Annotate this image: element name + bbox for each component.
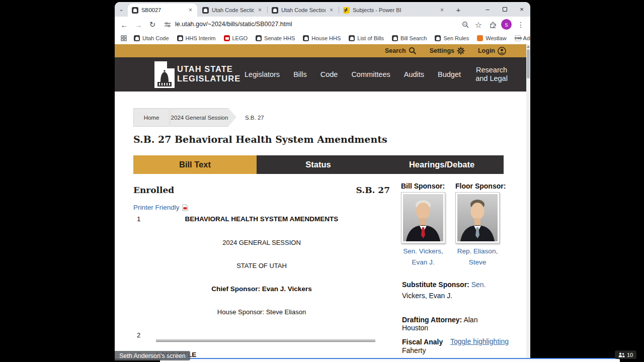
back-button[interactable]: ← xyxy=(119,19,130,30)
drafting-attorney-label: Drafting Attorney: xyxy=(402,316,462,324)
tab-sb0027[interactable]: SB0027 × xyxy=(128,4,197,17)
substitute-sponsor-label: Substitute Sponsor: xyxy=(402,281,469,289)
tab-title: Subjects - Power BI xyxy=(353,7,436,13)
tab-power-bi[interactable]: Subjects - Power BI × xyxy=(339,4,449,17)
tab-close-icon[interactable]: × xyxy=(329,7,334,14)
toggle-highlighting-link[interactable]: Toggle highlighting xyxy=(449,337,510,345)
tab-search-chevron-icon[interactable]: ⌄ xyxy=(117,4,126,14)
site-settings-tune-icon[interactable] xyxy=(162,19,173,30)
tab-close-icon[interactable]: × xyxy=(188,7,193,14)
substitute-sponsor-link-line2[interactable]: Vickers, Evan J. xyxy=(402,292,505,300)
floor-sponsor-photo[interactable] xyxy=(455,192,500,243)
nav-bills[interactable]: Bills xyxy=(293,70,307,78)
apps-grid-icon[interactable] xyxy=(121,35,127,41)
site-login-button[interactable]: Login xyxy=(478,47,506,55)
window-minimize-button[interactable]: – xyxy=(479,2,496,16)
bill-sponsor-link-line2[interactable]: Evan J. xyxy=(395,258,451,266)
scrollbar-up-arrow[interactable] xyxy=(527,45,530,48)
tab-utah-code-2[interactable]: Utah Code Section 26B-5-7 × xyxy=(268,4,338,17)
tab-utah-code-1[interactable]: Utah Code Section 26B-5-70 × xyxy=(198,4,267,17)
nav-budget[interactable]: Budget xyxy=(438,70,461,78)
tab-hearings-debate[interactable]: Hearings/Debate xyxy=(380,155,504,174)
bookmark-westlaw[interactable]: Westlaw xyxy=(477,35,506,41)
tab-close-icon[interactable]: × xyxy=(439,7,445,14)
bookmark-label: Westlaw xyxy=(486,35,506,41)
bill-sponsor-link-line1[interactable]: Sen. Vickers, xyxy=(395,247,451,255)
zoom-indicator-icon[interactable] xyxy=(460,19,471,30)
settings-label: Settings xyxy=(430,47,454,54)
bookmark-bill-search[interactable]: Bill Search xyxy=(392,35,427,41)
participant-count: 10 xyxy=(627,352,633,358)
search-label: Search xyxy=(385,47,406,54)
tab-bill-text[interactable]: Bill Text xyxy=(133,155,257,174)
site-header: UTAH STATE LEGISLATURE Legislators Bills… xyxy=(115,57,526,92)
person-icon xyxy=(498,47,506,55)
scrollbar-thumb[interactable] xyxy=(527,49,530,78)
forward-button[interactable]: → xyxy=(133,19,144,30)
browser-menu-kebab-icon[interactable]: ⋮ xyxy=(515,19,526,30)
bill-sponsor-photo[interactable] xyxy=(401,192,445,243)
utah-capitol-logo xyxy=(153,60,176,89)
power-bi-favicon xyxy=(343,7,350,14)
bill-divider-double-rule xyxy=(156,340,375,342)
floor-sponsor-label: Floor Sponsor: xyxy=(455,182,506,190)
senator-vickers-portrait xyxy=(403,194,443,241)
bill-number: S.B. 27 xyxy=(133,185,390,195)
bill-chief-sponsor-line: Chief Sponsor: Evan J. Vickers xyxy=(133,285,390,293)
pdf-icon xyxy=(182,204,188,211)
window-close-button[interactable]: × xyxy=(513,2,530,16)
breadcrumb-current: S.B. 27 xyxy=(245,108,264,127)
site-utility-bar: Search Settings Login xyxy=(115,44,526,57)
bookmark-label: Bill Search xyxy=(400,35,427,41)
bookmark-utah-code[interactable]: Utah Code xyxy=(134,35,169,41)
shared-screen: ⌄ SB0027 × Utah Code Section 26B-5-70 × … xyxy=(0,0,644,362)
bookmark-favicon xyxy=(134,35,140,41)
bookmark-house-hhs[interactable]: House HHS xyxy=(303,35,341,41)
bookmark-label: Senate HHS xyxy=(264,35,295,41)
nav-committees[interactable]: Committees xyxy=(351,70,390,78)
bill-line-1: 1 BEHAVIORAL HEALTH SYSTEM AMENDMENTS xyxy=(133,215,390,223)
site-settings-button[interactable]: Settings xyxy=(430,47,465,55)
floor-sponsor-link-line2[interactable]: Steve xyxy=(450,258,505,266)
breadcrumb-home[interactable]: Home xyxy=(133,108,170,127)
new-tab-button[interactable]: + xyxy=(453,4,464,15)
bookmark-favicon xyxy=(392,35,398,41)
participant-count-badge[interactable]: 10 xyxy=(615,350,636,359)
bookmark-sen-rules[interactable]: Sen Rules xyxy=(435,35,469,41)
reload-button[interactable]: ↻ xyxy=(147,19,158,30)
tab-close-icon[interactable]: × xyxy=(257,7,263,14)
window-maximize-button[interactable] xyxy=(496,2,513,16)
bookmark-list-of-bills[interactable]: List of Bills xyxy=(349,35,384,41)
extensions-icon[interactable] xyxy=(487,19,498,30)
page-scrollbar[interactable] xyxy=(526,44,530,358)
representative-eliason-portrait xyxy=(457,194,498,241)
site-nav: Legislators Bills Code Committees Audits… xyxy=(245,57,509,92)
floor-sponsor-link-line1[interactable]: Rep. Eliason, xyxy=(450,247,505,255)
url-bar[interactable]: le.utah.gov/~2024/bills/static/SB0027.ht… xyxy=(175,21,292,28)
tab-status[interactable]: Status xyxy=(257,155,380,174)
browser-window: ⌄ SB0027 × Utah Code Section 26B-5-70 × … xyxy=(115,2,530,358)
bookmark-lego[interactable]: LEGO xyxy=(224,35,248,41)
drafting-attorney-value: Alan xyxy=(463,316,477,324)
breadcrumb-session[interactable]: 2024 General Session xyxy=(170,108,228,127)
site-wordmark: UTAH STATE LEGISLATURE xyxy=(177,64,240,83)
substitute-sponsor-link[interactable]: Sen. xyxy=(471,281,486,289)
nav-legislators[interactable]: Legislators xyxy=(245,70,280,78)
tab-title: SB0027 xyxy=(141,7,185,13)
bookmark-star-icon[interactable]: ☆ xyxy=(473,19,484,30)
profile-avatar[interactable]: s xyxy=(501,19,512,30)
screen-share-label: Seth Anderson's screen xyxy=(115,351,190,360)
bookmark-favicon xyxy=(477,35,483,41)
nav-code[interactable]: Code xyxy=(320,70,338,78)
fiscal-analyst-value: Faherty xyxy=(402,346,505,354)
nav-research-and-legal[interactable]: Research and Legal xyxy=(474,66,509,83)
site-search-button[interactable]: Search xyxy=(385,47,417,55)
nav-audits[interactable]: Audits xyxy=(404,70,424,78)
page-viewport: Search Settings Login xyxy=(115,44,526,358)
bookmark-admin-rule[interactable]: DWSAdmin Rule xyxy=(515,35,530,41)
bookmark-hhs-interim[interactable]: HHS Interim xyxy=(177,35,216,41)
bill-sponsor-label: Bill Sponsor: xyxy=(401,182,445,190)
printer-friendly-link[interactable]: Printer Friendly xyxy=(133,204,188,211)
bookmark-senate-hhs[interactable]: Senate HHS xyxy=(256,35,295,41)
tab-strip: ⌄ SB0027 × Utah Code Section 26B-5-70 × … xyxy=(115,2,530,17)
